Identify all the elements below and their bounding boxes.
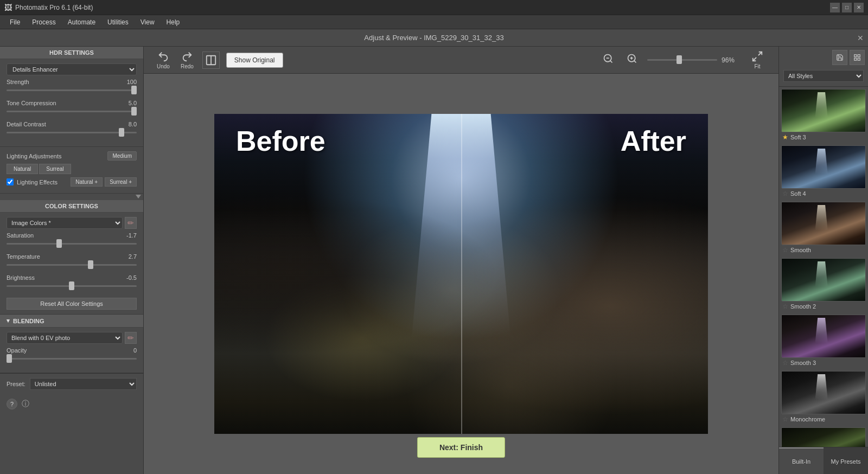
detail-contrast-slider[interactable]: [7, 129, 137, 136]
style-item-soft4[interactable]: ☆ Soft 4: [781, 145, 866, 198]
style-item-smooth2[interactable]: ☆ Smooth 2: [781, 258, 866, 311]
monochrome-star[interactable]: ☆: [782, 415, 788, 423]
redo-button[interactable]: Redo: [178, 48, 196, 72]
style-thumb-soft3: [781, 89, 866, 132]
smooth-label: Smooth: [790, 247, 811, 253]
zoom-slider[interactable]: [647, 56, 717, 64]
zoom-out-button[interactable]: [599, 52, 617, 68]
zoom-in-button[interactable]: [623, 52, 641, 68]
styles-select[interactable]: All Styles My Styles: [783, 70, 864, 82]
fit-button[interactable]: Fit: [747, 48, 768, 72]
grid-icon: [853, 54, 861, 61]
blend-picker-icon[interactable]: ✏: [125, 332, 137, 344]
opacity-slider[interactable]: [7, 355, 137, 362]
brightness-value: -0.5: [126, 274, 137, 281]
style-item-soft3[interactable]: ★ Soft 3: [781, 89, 866, 142]
floppy-icon: [836, 54, 844, 61]
strength-value: 100: [127, 79, 137, 85]
preview-image-container: Before After: [214, 114, 708, 434]
minimize-button[interactable]: —: [830, 3, 840, 12]
menu-file[interactable]: File: [4, 17, 25, 28]
after-label: After: [621, 125, 686, 157]
tone-compression-label: Tone Compression: [7, 100, 56, 106]
title-bar-left: 🖼 Photomatix Pro 6.1 (64-bit): [4, 3, 93, 12]
brightness-label: Brightness: [7, 274, 35, 281]
soft3-star[interactable]: ★: [782, 133, 788, 141]
natural-btn[interactable]: Natural: [7, 164, 38, 174]
style-item-extra[interactable]: [781, 427, 866, 447]
split-view-button[interactable]: [202, 52, 220, 69]
zoom-in-icon: [627, 53, 637, 64]
hdr-method-section: Details Enhancer Tone Compressor Exposur…: [0, 59, 143, 147]
surreal-btn[interactable]: Surreal: [39, 164, 71, 174]
strength-label: Strength: [7, 79, 29, 85]
tone-compression-slider[interactable]: [7, 107, 137, 115]
temperature-slider[interactable]: [7, 261, 137, 268]
smooth2-star[interactable]: ☆: [782, 303, 788, 310]
color-mode-select[interactable]: Image Colors * Gamma Linear: [7, 217, 123, 229]
menu-utilities[interactable]: Utilities: [102, 17, 134, 28]
save-preset-icon[interactable]: [832, 50, 847, 65]
style-item-smooth3[interactable]: ☆ Smooth 3: [781, 315, 866, 368]
hdr-method-select[interactable]: Details Enhancer Tone Compressor Exposur…: [7, 63, 137, 75]
menu-automate[interactable]: Automate: [62, 17, 101, 28]
built-in-tab[interactable]: Built-In: [779, 447, 824, 474]
smooth-star[interactable]: ☆: [782, 246, 788, 254]
menu-view[interactable]: View: [135, 17, 160, 28]
maximize-button[interactable]: □: [842, 3, 852, 12]
window-close-icon[interactable]: ✕: [857, 34, 864, 42]
lighting-medium-btn[interactable]: Medium: [107, 151, 137, 161]
grid-view-icon-btn[interactable]: [850, 50, 865, 65]
monochrome-label: Monochrome: [790, 416, 825, 422]
preset-row: Preset: Unlisted Default Custom 1: [0, 373, 143, 394]
temperature-value: 2.7: [129, 253, 137, 260]
reset-color-btn[interactable]: Reset All Color Settings: [7, 298, 137, 310]
surreal-plus-btn[interactable]: Surreal +: [105, 177, 137, 187]
natural-plus-btn[interactable]: Natural +: [71, 177, 103, 187]
my-presets-tab[interactable]: My Presets: [824, 447, 868, 474]
svg-line-3: [610, 61, 612, 63]
undo-button[interactable]: Undo: [155, 48, 172, 72]
window-title: Adjust & Preview - IMG_5229_30_31_32_33: [364, 34, 503, 42]
style-item-monochrome[interactable]: ☆ Monochrome: [781, 371, 866, 424]
redo-label: Redo: [181, 63, 194, 69]
saturation-slider[interactable]: [7, 240, 137, 247]
lighting-effects-row: Lighting Effects Natural + Surreal +: [7, 177, 137, 187]
scroll-indicator-area: [0, 194, 143, 200]
close-button[interactable]: ✕: [854, 3, 864, 12]
style-item-smooth[interactable]: ☆ Smooth: [781, 202, 866, 255]
preset-label: Preset:: [7, 381, 25, 387]
split-divider[interactable]: [461, 114, 462, 434]
fit-label: Fit: [754, 63, 760, 69]
preset-select[interactable]: Unlisted Default Custom 1: [30, 378, 137, 390]
right-panel-top-icons: [779, 47, 868, 65]
detail-contrast-slider-row: Detail Contrast 8.0: [7, 121, 137, 138]
right-panel-bottom: Built-In My Presets: [779, 447, 868, 474]
menu-help[interactable]: Help: [161, 17, 186, 28]
right-panel: All Styles My Styles ★ Soft 3: [778, 47, 868, 474]
next-finish-button[interactable]: Next: Finish: [417, 437, 505, 458]
lighting-adjustments-label: Lighting Adjustments: [7, 153, 62, 159]
soft4-star[interactable]: ☆: [782, 190, 788, 197]
tone-compression-slider-row: Tone Compression 5.0: [7, 100, 137, 117]
styles-list: ★ Soft 3 ☆ Soft 4: [779, 87, 868, 447]
smooth3-star[interactable]: ☆: [782, 359, 788, 367]
blending-header[interactable]: ▾ BLENDING: [0, 315, 143, 328]
menu-process[interactable]: Process: [27, 17, 61, 28]
lighting-adjustments-section: Lighting Adjustments Medium Natural Surr…: [0, 147, 143, 194]
show-original-button[interactable]: Show Original: [226, 53, 283, 68]
blending-section: Blend with 0 EV photo No blending ✏ Opac…: [0, 328, 143, 373]
brightness-slider[interactable]: [7, 282, 137, 290]
blend-mode-select[interactable]: Blend with 0 EV photo No blending: [7, 332, 123, 344]
main-layout: HDR SETTINGS Details Enhancer Tone Compr…: [0, 47, 868, 474]
opacity-value: 0: [133, 347, 137, 354]
title-bar-controls: — □ ✕: [830, 3, 864, 12]
svg-line-6: [634, 61, 636, 63]
strength-slider[interactable]: [7, 86, 137, 94]
app-title: Photomatix Pro 6.1 (64-bit): [15, 4, 93, 11]
lighting-effects-checkbox[interactable]: [7, 178, 14, 185]
opacity-label: Opacity: [7, 347, 27, 354]
menu-bar: File Process Automate Utilities View Hel…: [0, 15, 868, 29]
color-picker-icon[interactable]: ✏: [125, 217, 137, 229]
help-button[interactable]: ?: [7, 399, 17, 409]
